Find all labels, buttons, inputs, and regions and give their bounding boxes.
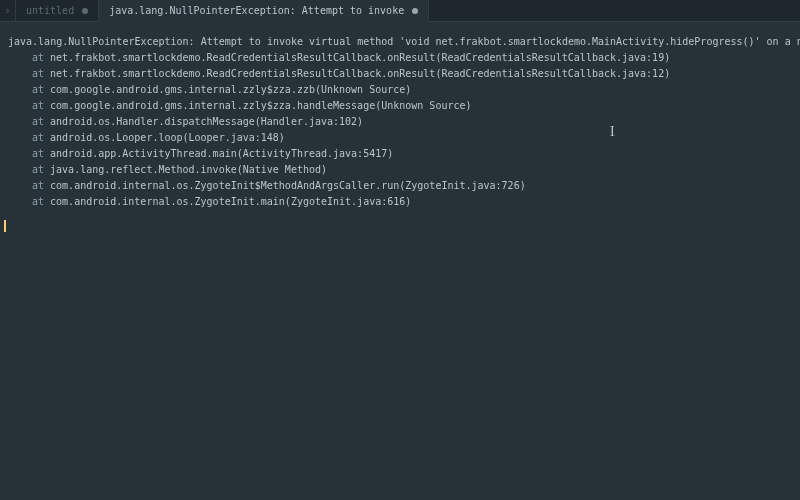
exception-header: java.lang.NullPointerException: Attempt … (8, 34, 792, 50)
stack-frame: at com.android.internal.os.ZygoteInit.ma… (8, 194, 792, 210)
tab-label: untitled (26, 5, 74, 16)
tab-untitled[interactable]: untitled (16, 0, 99, 21)
stack-frame: at com.android.internal.os.ZygoteInit$Me… (8, 178, 792, 194)
stack-frame: at android.os.Looper.loop(Looper.java:14… (8, 130, 792, 146)
stack-frame: at com.google.android.gms.internal.zzly$… (8, 82, 792, 98)
caret-icon (4, 220, 6, 232)
text-cursor-icon: I (610, 124, 615, 140)
editor-content[interactable]: java.lang.NullPointerException: Attempt … (0, 22, 800, 218)
tab-exception[interactable]: java.lang.NullPointerException: Attempt … (99, 0, 429, 21)
dirty-dot-icon (412, 8, 418, 14)
stack-frame: at net.frakbot.smartlockdemo.ReadCredent… (8, 50, 792, 66)
stack-frame: at android.os.Handler.dispatchMessage(Ha… (8, 114, 792, 130)
tab-bar: › untitled java.lang.NullPointerExceptio… (0, 0, 800, 22)
dirty-dot-icon (82, 8, 88, 14)
stack-trace: at net.frakbot.smartlockdemo.ReadCredent… (8, 50, 792, 210)
stack-frame: at java.lang.reflect.Method.invoke(Nativ… (8, 162, 792, 178)
stack-frame: at android.app.ActivityThread.main(Activ… (8, 146, 792, 162)
stack-frame: at com.google.android.gms.internal.zzly$… (8, 98, 792, 114)
stack-frame: at net.frakbot.smartlockdemo.ReadCredent… (8, 66, 792, 82)
tab-label: java.lang.NullPointerException: Attempt … (109, 5, 404, 16)
chevron-right-icon[interactable]: › (0, 0, 16, 21)
